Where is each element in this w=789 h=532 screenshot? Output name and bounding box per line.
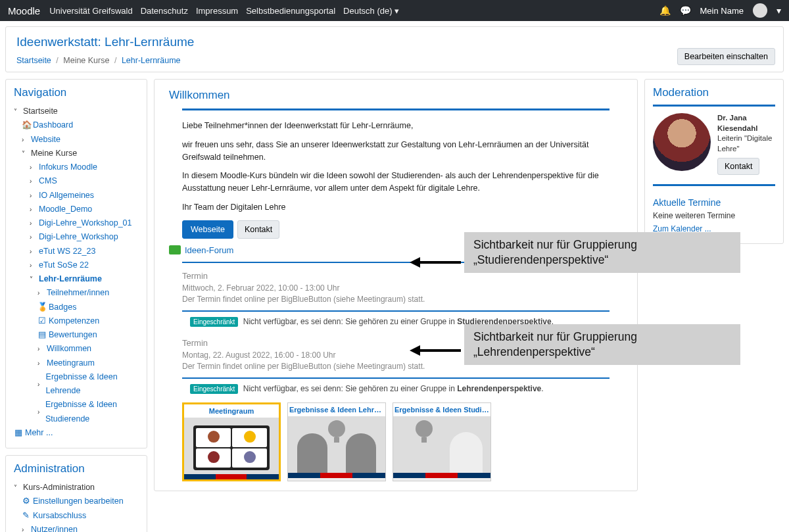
- moderator-name: Dr. Jana Kiesendahl: [717, 113, 775, 133]
- topbar-links: Universität Greifswald Datenschutz Impre…: [49, 6, 399, 16]
- nav-item[interactable]: 🏠Dashboard: [14, 118, 139, 132]
- nav-item[interactable]: ˅Meine Kurse: [14, 147, 139, 160]
- kontakt-button[interactable]: Kontakt: [237, 220, 279, 239]
- restrict-badge: Eingeschränkt: [190, 317, 238, 327]
- toplink-datenschutz[interactable]: Datenschutz: [141, 6, 188, 16]
- svg-marker-1: [410, 257, 420, 268]
- webseite-button[interactable]: Webseite: [182, 220, 233, 239]
- accent-divider: [182, 109, 610, 110]
- termin1-date: Mittwoch, 2. Februar 2022, 10:00 - 13:00…: [182, 283, 610, 293]
- arrow-1: [410, 254, 462, 270]
- nav-item[interactable]: ˅Startseite: [14, 105, 139, 118]
- brand[interactable]: Moodle: [8, 5, 40, 16]
- nav-item[interactable]: ☑Kompetenzen: [14, 314, 139, 328]
- divider: [182, 310, 610, 312]
- breadcrumb-course[interactable]: Lehr-Lernräume: [122, 56, 181, 65]
- nav-item[interactable]: ›IO Allgemeines: [14, 189, 139, 203]
- welcome-p2: wir freuen uns sehr, dass Sie an unserer…: [182, 139, 610, 164]
- calendar-block: Aktuelle Termine Keine weiteren Termine …: [653, 195, 775, 235]
- user-name[interactable]: Mein Name: [700, 6, 744, 16]
- nav-item[interactable]: ›Ergebnisse & Ideen Studierende: [14, 398, 139, 426]
- arrow-2: [410, 343, 462, 358]
- forum-icon: [169, 245, 181, 254]
- nav-item[interactable]: ›Teilnehmer/innen: [14, 286, 139, 300]
- nav-item[interactable]: ›eTut SoSe 22: [14, 258, 139, 272]
- card-ergebnisse-lehrende[interactable]: Ergebnisse & Ideen Lehrende: [287, 402, 386, 481]
- chevron-down-icon[interactable]: ▾: [777, 5, 781, 16]
- nav-item[interactable]: ›Meetingraum: [14, 356, 139, 370]
- nav-item[interactable]: ›eTut WS 22_23: [14, 245, 139, 258]
- breadcrumb-meine-kurse: Meine Kurse: [63, 56, 109, 65]
- welcome-p1: Liebe Teilnehmer*innen der Ideenwerkstat…: [182, 120, 610, 132]
- calendar-title: Aktuelle Termine: [653, 195, 775, 210]
- card-meetingraum[interactable]: Meetingraum: [182, 402, 281, 481]
- nav-item[interactable]: ›Digi-Lehre_Workshop: [14, 230, 139, 244]
- nav-item[interactable]: ›Moodle_Demo: [14, 203, 139, 216]
- termin1-desc: Der Termin findet online per BigBlueButt…: [182, 295, 610, 304]
- main-content: Willkommen Liebe Teilnehmer*innen der Id…: [154, 79, 638, 491]
- nav-item[interactable]: ›Digi-Lehre_Workshop_01: [14, 216, 139, 230]
- nav-item[interactable]: ›Willkommen: [14, 342, 139, 356]
- nav-item[interactable]: ▤Bewertungen: [14, 328, 139, 342]
- page-title: Ideenwerkstatt: Lehr-Lernräume: [16, 35, 773, 49]
- card-title: Ergebnisse & Ideen Lehrende: [288, 403, 385, 416]
- restrict-badge: Eingeschränkt: [190, 384, 238, 394]
- bell-icon[interactable]: 🔔: [659, 5, 671, 16]
- card-title: Meetingraum: [184, 404, 279, 418]
- nav-more[interactable]: ▦Mehr ...: [14, 426, 139, 440]
- welcome-p4: Ihr Team der Digitalen Lehre: [182, 201, 610, 214]
- welcome-title: Willkommen: [169, 89, 623, 102]
- nav-item[interactable]: ›Ergebnisse & Ideen Lehrende: [14, 370, 139, 399]
- accent-divider: [653, 105, 775, 107]
- annotation-2: Sichtbarkeit nur für Gruppierung„Lehrend…: [464, 324, 740, 365]
- nav-item[interactable]: ˅Lehr-Lernräume: [14, 272, 139, 286]
- admin-item[interactable]: ›Nutzer/innen: [14, 523, 139, 532]
- moderator-contact-button[interactable]: Kontakt: [717, 158, 759, 175]
- administration-title: Administration: [14, 462, 139, 475]
- edit-mode-button[interactable]: Bearbeiten einschalten: [677, 48, 775, 65]
- accent-divider: [653, 184, 775, 186]
- topbar: Moodle Universität Greifswald Datenschut…: [0, 0, 789, 21]
- admin-root[interactable]: ˅Kurs-Administration: [14, 481, 139, 495]
- forum-link[interactable]: Ideen-Forum: [185, 245, 233, 255]
- administration-block: Administration ˅Kurs-Administration ⚙Ein…: [5, 455, 147, 532]
- moderation-title: Moderation: [653, 86, 775, 99]
- section-grid: Meetingraum Ergebnisse & Ideen Lehrende …: [182, 402, 610, 481]
- navigation-title: Navigation: [14, 86, 139, 99]
- card-title: Ergebnisse & Ideen Studiere...: [393, 403, 490, 416]
- svg-marker-3: [410, 345, 420, 356]
- welcome-p3: In diesem Moodle-Kurs bündeln wir die Id…: [182, 170, 610, 195]
- avatar[interactable]: [753, 3, 767, 18]
- nav-item[interactable]: ›Website: [14, 133, 139, 147]
- restriction-2: Eingeschränkt Nicht verfügbar, es sei de…: [182, 384, 610, 393]
- annotation-1: Sichtbarkeit nur für Gruppierung„Studier…: [464, 232, 740, 273]
- nav-item[interactable]: ›CMS: [14, 174, 139, 188]
- topbar-right: 🔔 💬 Mein Name ▾: [659, 3, 781, 18]
- moderator-role: Leiterin "Digitale Lehre": [717, 133, 775, 154]
- breadcrumb: Startseite / Meine Kurse / Lehr-Lernräum…: [16, 56, 773, 65]
- divider: [182, 377, 610, 379]
- calendar-empty: Keine weiteren Termine: [653, 210, 775, 222]
- moderator-photo: [653, 113, 711, 171]
- section-termin-1: Termin Mittwoch, 2. Februar 2022, 10:00 …: [182, 271, 610, 304]
- navigation-block: Navigation ˅Startseite🏠Dashboard›Website…: [5, 79, 147, 448]
- moderation-block: Moderation Dr. Jana Kiesendahl Leiterin …: [644, 79, 784, 244]
- nav-item[interactable]: ›Infokurs Moodle: [14, 160, 139, 174]
- nav-item[interactable]: 🏅Badges: [14, 301, 139, 314]
- admin-item[interactable]: ✎Kursabschluss: [14, 509, 139, 523]
- toplink-language[interactable]: Deutsch (de) ▾: [343, 6, 399, 16]
- admin-item[interactable]: ⚙Einstellungen bearbeiten: [14, 495, 139, 508]
- toplink-selbstbedienung[interactable]: Selbstbedienungsportal: [246, 6, 335, 16]
- toplink-impressum[interactable]: Impressum: [196, 6, 238, 16]
- breadcrumb-startseite[interactable]: Startseite: [16, 56, 51, 65]
- card-ergebnisse-studierende[interactable]: Ergebnisse & Ideen Studiere...: [393, 402, 491, 481]
- page-header: Ideenwerkstatt: Lehr-Lernräume Startseit…: [5, 26, 784, 72]
- toplink-univ[interactable]: Universität Greifswald: [49, 6, 132, 16]
- chat-icon[interactable]: 💬: [680, 5, 691, 16]
